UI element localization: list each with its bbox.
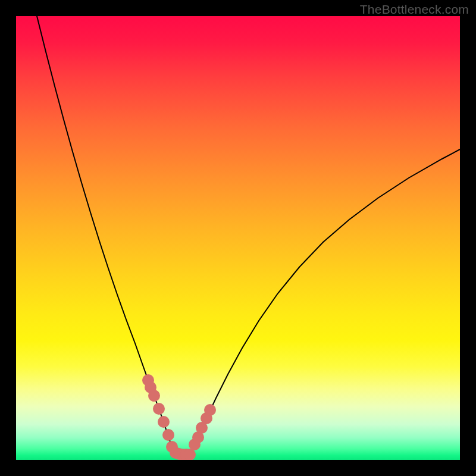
marker-dot xyxy=(148,390,160,402)
chart-frame: TheBottleneck.com xyxy=(0,0,476,476)
plot-area xyxy=(16,16,460,460)
marker-dot xyxy=(204,404,216,416)
markers-layer xyxy=(142,374,216,460)
chart-svg xyxy=(16,16,460,460)
marker-dot xyxy=(162,429,174,441)
marker-dot xyxy=(158,416,170,428)
curve-right-branch xyxy=(193,149,460,447)
lines-layer xyxy=(37,16,460,447)
marker-dot xyxy=(153,403,165,415)
watermark-text: TheBottleneck.com xyxy=(360,2,469,17)
